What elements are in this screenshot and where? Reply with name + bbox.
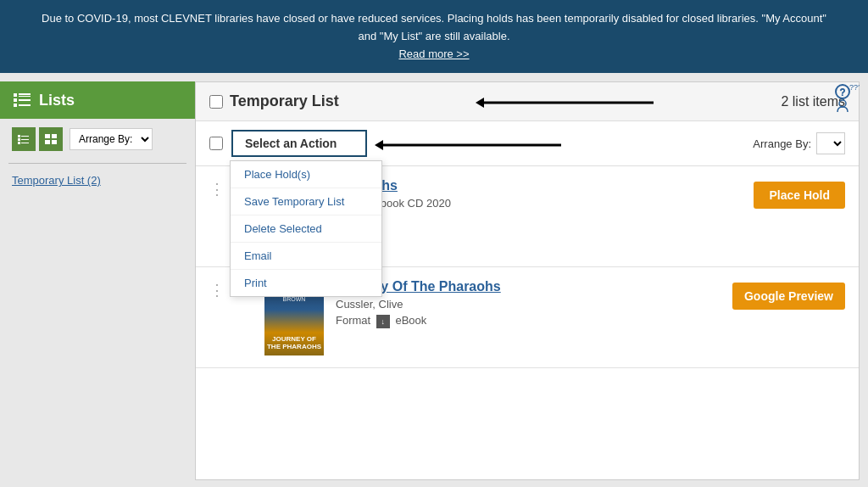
select-action-button[interactable]: Select an Action: [231, 130, 367, 157]
book-action-1: Place Hold: [745, 178, 845, 209]
sidebar-divider: [8, 163, 186, 164]
arrow-annotation-1: [375, 132, 570, 159]
svg-rect-13: [18, 138, 20, 141]
covid-text-2: and "My List" are still available.: [17, 28, 851, 46]
svg-rect-11: [19, 104, 31, 106]
dropdown-delete-selected[interactable]: Delete Selected: [231, 216, 381, 243]
read-more-link[interactable]: Read more >>: [398, 48, 469, 60]
dropdown-save-temp-list[interactable]: Save Temporary List: [231, 188, 381, 216]
svg-rect-18: [45, 134, 50, 138]
book-info-1: Pharaohs sc Audiobook CD 2020: [336, 178, 745, 210]
help-icon[interactable]: ? ? ???: [826, 80, 860, 114]
add-list-icon: [17, 132, 31, 146]
dropdown-menu: Place Hold(s) Save Temporary List Delete…: [230, 160, 382, 297]
svg-rect-16: [21, 139, 29, 140]
manage-lists-button[interactable]: [39, 127, 63, 151]
covid-banner: Due to COVID-19, most CLEVNET libraries …: [0, 0, 868, 73]
sidebar-title-label: Lists: [39, 92, 75, 109]
svg-text:?: ?: [840, 87, 845, 98]
sidebar-icon-group: [12, 127, 63, 151]
google-preview-button[interactable]: Google Preview: [732, 283, 845, 310]
ebook-icon: ↓: [376, 315, 390, 328]
arrange-by-label: Arrange By:: [753, 137, 811, 150]
place-hold-button-1[interactable]: Place Hold: [754, 182, 845, 209]
svg-rect-10: [14, 104, 17, 107]
svg-rect-21: [52, 140, 57, 144]
book-format-2: Format ↓ eBook: [336, 314, 724, 328]
sidebar-arrange-select[interactable]: Arrange By:: [70, 128, 153, 150]
dropdown-place-holds[interactable]: Place Hold(s): [231, 161, 381, 188]
svg-rect-19: [52, 134, 57, 138]
svg-text:???: ???: [849, 83, 860, 92]
book-title-2[interactable]: Journey Of The Pharaohs: [336, 279, 724, 294]
sidebar-title: Lists: [0, 81, 195, 119]
action-toolbar: Select an Action Place Hold(s) Save Temp…: [196, 121, 859, 166]
book-title-1[interactable]: Pharaohs: [336, 178, 745, 193]
svg-marker-23: [375, 140, 383, 150]
svg-rect-7: [19, 96, 31, 97]
dropdown-print[interactable]: Print: [231, 270, 381, 296]
lists-icon: [12, 90, 32, 110]
svg-rect-17: [21, 143, 29, 143]
add-list-button[interactable]: [12, 127, 36, 151]
arrange-right: Arrange By:: [753, 132, 845, 154]
svg-rect-8: [14, 98, 17, 102]
sidebar: Lists: [0, 73, 195, 487]
arrow-annotation-2: [476, 90, 662, 115]
book-action-2: Google Preview: [724, 279, 845, 310]
list-title: Temporary List: [230, 92, 339, 110]
svg-rect-5: [14, 93, 17, 97]
svg-marker-25: [476, 98, 484, 108]
list-header-checkbox[interactable]: [209, 95, 223, 109]
svg-rect-12: [18, 135, 20, 137]
book-author-2: Cussler, Clive: [336, 298, 724, 311]
content-area: Temporary List 2 list items Select an Ac…: [195, 81, 860, 480]
action-left: Select an Action Place Hold(s) Save Temp…: [209, 130, 367, 157]
svg-rect-9: [19, 99, 31, 101]
svg-rect-15: [21, 136, 29, 137]
svg-rect-14: [18, 142, 20, 144]
book-format-1: sc Audiobook CD 2020: [336, 197, 745, 210]
list-title-area: Temporary List: [209, 92, 339, 110]
sidebar-controls: Arrange By:: [0, 127, 195, 160]
svg-rect-6: [19, 93, 31, 95]
svg-rect-20: [45, 140, 50, 144]
covid-text-1: Due to COVID-19, most CLEVNET libraries …: [17, 10, 851, 28]
manage-lists-icon: [44, 132, 58, 146]
sidebar-item-temporary-list[interactable]: Temporary List (2): [0, 167, 195, 193]
book-info-2: Journey Of The Pharaohs Cussler, Clive F…: [336, 279, 724, 328]
content-arrange-select[interactable]: [816, 132, 845, 154]
cover2-title: JOURNEY OF THE PHARAOHS: [266, 335, 322, 350]
action-checkbox[interactable]: [209, 137, 223, 150]
svg-point-3: [839, 100, 846, 107]
help-icon-area: ? ? ???: [826, 80, 860, 116]
dropdown-email[interactable]: Email: [231, 243, 381, 270]
